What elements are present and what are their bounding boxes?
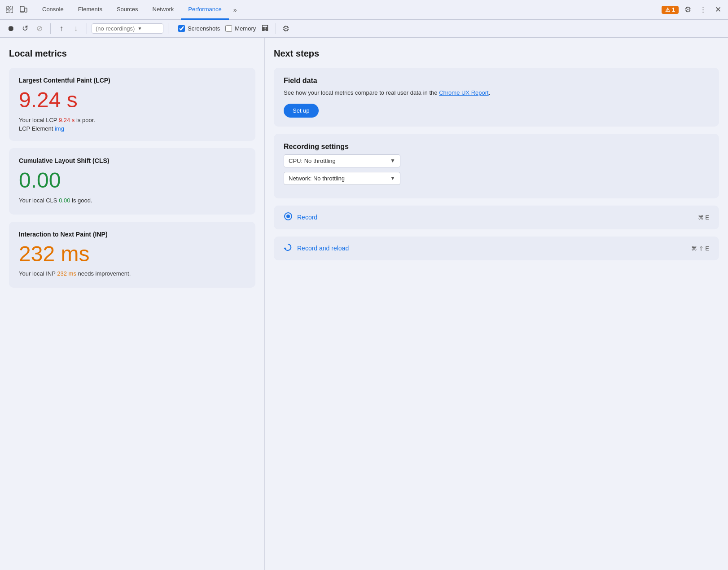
next-steps-title: Next steps — [274, 48, 719, 59]
memory-checkbox[interactable] — [225, 25, 232, 32]
network-throttling-select[interactable]: Network: No throttling ▼ — [284, 172, 400, 185]
lcp-element-value[interactable]: img — [55, 125, 64, 132]
recording-settings-card: Recording settings CPU: No throttling ▼ … — [274, 134, 719, 198]
tab-performance[interactable]: Performance — [181, 0, 228, 20]
memory-checkbox-label[interactable]: Memory — [225, 25, 256, 32]
cls-desc: Your local CLS 0.00 is good. — [19, 197, 246, 204]
download-button[interactable]: ↓ — [70, 22, 82, 35]
svg-rect-1 — [10, 6, 13, 9]
inp-card-title: Interaction to Next Paint (INP) — [19, 231, 246, 238]
tab-console[interactable]: Console — [35, 0, 71, 20]
record-action-left[interactable]: Record — [284, 212, 317, 223]
devtools-device-icon[interactable] — [17, 4, 30, 16]
network-throttling-arrow: ▼ — [390, 175, 395, 181]
screenshots-label: Screenshots — [188, 25, 220, 32]
inp-desc: Your local INP 232 ms needs improvement. — [19, 270, 246, 277]
local-metrics-title: Local metrics — [9, 48, 255, 59]
record-reload-icon — [284, 243, 293, 254]
lcp-desc-prefix: Your local LCP — [19, 117, 59, 123]
svg-point-8 — [286, 215, 290, 218]
svg-rect-5 — [25, 8, 27, 12]
toolbar-separator-1 — [50, 23, 51, 34]
record-action-label: Record — [297, 214, 317, 221]
setup-button[interactable]: Set up — [284, 104, 319, 118]
screenshots-checkbox[interactable] — [178, 25, 185, 32]
record-action-card[interactable]: Record ⌘ E — [274, 206, 719, 229]
clear-button[interactable]: ⊘ — [33, 22, 46, 35]
record-shortcut: ⌘ E — [698, 214, 709, 221]
field-data-title: Field data — [284, 77, 709, 85]
lcp-card: Largest Contentful Paint (LCP) 9.24 s Yo… — [9, 68, 255, 141]
svg-marker-9 — [284, 247, 286, 249]
cls-desc-prefix: Your local CLS — [19, 197, 59, 204]
record-button[interactable]: ⏺ — [4, 22, 17, 35]
cls-card: Cumulative Layout Shift (CLS) 0.00 Your … — [9, 148, 255, 215]
toolbar: ⏺ ↺ ⊘ ↑ ↓ (no recordings) ▼ Screenshots … — [0, 20, 728, 38]
field-data-desc: See how your local metrics compare to re… — [284, 88, 709, 97]
memory-label: Memory — [235, 25, 256, 32]
inp-value: 232 ms — [19, 242, 246, 266]
chrome-ux-link[interactable]: Chrome UX Report — [439, 89, 489, 96]
left-panel: Local metrics Largest Contentful Paint (… — [0, 38, 265, 570]
issues-count: 1 — [672, 7, 675, 13]
tab-network[interactable]: Network — [145, 0, 181, 20]
cls-card-title: Cumulative Layout Shift (CLS) — [19, 157, 246, 164]
right-panel: Next steps Field data See how your local… — [265, 38, 728, 570]
tab-bar-left — [4, 4, 30, 16]
record-reload-action-label: Record and reload — [297, 245, 349, 252]
issues-icon: ⚠ — [665, 7, 670, 13]
recording-settings-title: Recording settings — [284, 143, 709, 151]
toolbar-separator-2 — [87, 23, 87, 34]
tab-more[interactable]: » — [229, 0, 241, 20]
svg-rect-2 — [6, 10, 9, 13]
toolbar-separator-4 — [276, 23, 276, 34]
memory-icon[interactable]: 🖬 — [261, 24, 269, 33]
issues-badge[interactable]: ⚠ 1 — [662, 6, 679, 14]
upload-button[interactable]: ↑ — [55, 22, 68, 35]
toolbar-right: Screenshots Memory 🖬 — [178, 24, 269, 33]
recording-select-arrow: ▼ — [137, 26, 142, 31]
lcp-element-label: LCP Element — [19, 125, 53, 132]
settings-icon[interactable]: ⚙ — [681, 4, 694, 16]
tab-sources[interactable]: Sources — [110, 0, 145, 20]
record-reload-action-left[interactable]: Record and reload — [284, 243, 349, 254]
record-circle-icon — [284, 212, 293, 223]
lcp-desc: Your local LCP 9.24 s is poor. — [19, 117, 246, 123]
svg-rect-3 — [10, 10, 13, 13]
tab-elements[interactable]: Elements — [71, 0, 110, 20]
record-reload-action-card[interactable]: Record and reload ⌘ ⇧ E — [274, 237, 719, 260]
cls-desc-value: 0.00 — [59, 197, 70, 204]
lcp-desc-value: 9.24 s — [59, 117, 75, 123]
devtools-select-icon[interactable] — [4, 4, 16, 16]
lcp-value: 9.24 s — [19, 88, 246, 112]
toolbar-separator-3 — [168, 23, 168, 34]
close-icon[interactable]: ✕ — [712, 4, 724, 16]
main-content: Local metrics Largest Contentful Paint (… — [0, 38, 728, 570]
inp-desc-suffix: needs improvement. — [76, 270, 131, 277]
recording-select-label: (no recordings) — [96, 25, 135, 32]
field-data-desc-after: . — [489, 89, 491, 96]
lcp-card-title: Largest Contentful Paint (LCP) — [19, 77, 246, 84]
screenshots-checkbox-label[interactable]: Screenshots — [178, 25, 220, 32]
inp-card: Interaction to Next Paint (INP) 232 ms Y… — [9, 222, 255, 288]
lcp-element: LCP Element img — [19, 125, 246, 132]
cpu-throttling-label: CPU: No throttling — [289, 158, 336, 164]
lcp-desc-suffix: is poor. — [75, 117, 95, 123]
toolbar-settings-icon[interactable]: ⚙ — [282, 24, 289, 34]
cpu-throttling-arrow: ▼ — [390, 158, 395, 164]
tab-bar-right: ⚠ 1 ⚙ ⋮ ✕ — [662, 4, 724, 16]
field-data-desc-before: See how your local metrics compare to re… — [284, 89, 439, 96]
cls-desc-suffix: is good. — [70, 197, 92, 204]
refresh-button[interactable]: ↺ — [19, 22, 31, 35]
tab-bar: Console Elements Sources Network Perform… — [0, 0, 728, 20]
inp-desc-prefix: Your local INP — [19, 270, 57, 277]
network-throttling-label: Network: No throttling — [289, 175, 345, 182]
cpu-throttling-select[interactable]: CPU: No throttling ▼ — [284, 154, 400, 167]
field-data-card: Field data See how your local metrics co… — [274, 68, 719, 127]
tab-items: Console Elements Sources Network Perform… — [35, 0, 660, 20]
svg-rect-0 — [6, 6, 9, 9]
inp-desc-value: 232 ms — [57, 270, 76, 277]
more-options-icon[interactable]: ⋮ — [697, 4, 709, 16]
record-reload-shortcut: ⌘ ⇧ E — [691, 245, 709, 252]
recording-select[interactable]: (no recordings) ▼ — [92, 23, 163, 34]
